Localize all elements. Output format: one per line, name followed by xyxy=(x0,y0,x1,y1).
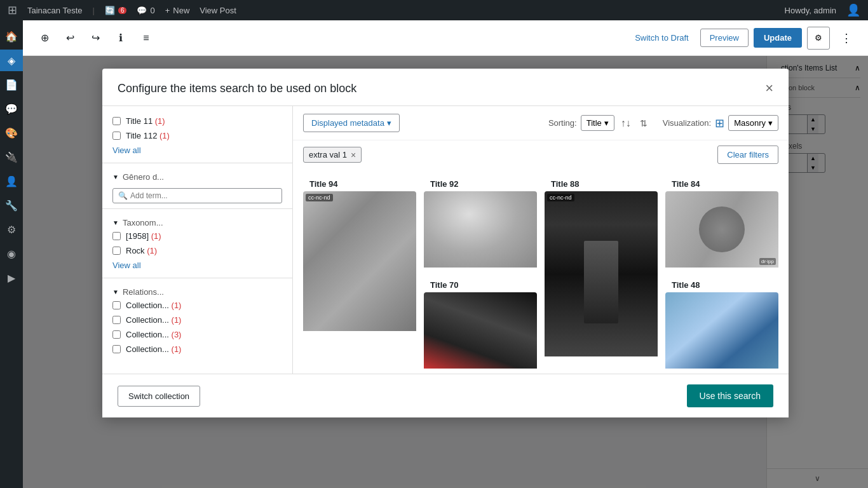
add-block-button[interactable]: ⊕ xyxy=(33,27,56,50)
filter-title11-checkbox[interactable] xyxy=(112,117,121,125)
updates-item[interactable]: 🔄 6 xyxy=(105,6,127,15)
genre-search-box[interactable]: 🔍 xyxy=(112,188,282,203)
sidebar-icon-play[interactable]: ▶ xyxy=(0,267,23,288)
admin-bar: ⊞ Tainacan Teste | 🔄 6 💬 0 + New View Po… xyxy=(0,0,868,20)
filter-rock-checkbox[interactable] xyxy=(112,247,121,255)
item-card-88: Title 88 cc-nc-nd xyxy=(545,174,658,356)
view-all-top-link[interactable]: View all xyxy=(102,146,292,155)
sidebar-icon-comments[interactable]: 💬 xyxy=(0,98,23,119)
filter-coll4-checkbox[interactable] xyxy=(112,345,121,353)
genre-chevron-icon: ▼ xyxy=(112,173,119,180)
sort-asc-button[interactable]: ↑↓ xyxy=(618,116,634,130)
taxonomy-checkboxes: [1958] (1) Rock (1) xyxy=(102,231,292,255)
content-toolbar: Displayed metadata ▾ Sorting: Title ▾ ↑↓… xyxy=(293,106,789,140)
relations-group-title: Relations... xyxy=(123,287,164,297)
new-item[interactable]: + New xyxy=(165,6,190,15)
filter-coll3-checkbox[interactable] xyxy=(112,330,121,339)
modal-overlay: Configure the items search to be used on… xyxy=(23,56,868,488)
filter-sidebar: Title 11 (1) Title 112 (1) View all ▼ xyxy=(102,106,293,374)
viz-mode-select[interactable]: Masonry ▾ xyxy=(728,115,778,131)
sidebar-icon-settings[interactable]: ⚙ xyxy=(0,219,23,240)
sidebar-icon-plugins[interactable]: 🔌 xyxy=(0,146,23,168)
sidebar-icon-tainacan[interactable]: ◈ xyxy=(0,50,23,71)
filter-group-genre-header[interactable]: ▼ Gênero d... xyxy=(102,168,292,186)
item-title-94: Title 94 xyxy=(303,174,416,191)
filter-1958-checkbox[interactable] xyxy=(112,232,121,240)
genre-search-input[interactable] xyxy=(130,191,276,200)
genre-group-title: Gênero d... xyxy=(123,172,164,182)
modal-footer: Switch collection Use this search xyxy=(102,374,789,417)
modal-close-button[interactable]: × xyxy=(765,81,773,95)
filter-coll1-checkbox[interactable] xyxy=(112,301,121,309)
item-title-92: Title 92 xyxy=(424,174,537,191)
switch-draft-button[interactable]: Switch to Draft xyxy=(628,29,695,46)
comments-item[interactable]: 💬 0 xyxy=(137,6,154,15)
item-card-94: Title 94 cc-nc-nd xyxy=(303,174,416,331)
filter-coll1: Collection... (1) xyxy=(112,301,282,310)
view-all-taxonomy-link[interactable]: View all xyxy=(102,261,292,270)
item-title-84: Title 84 xyxy=(665,174,778,191)
filter-group-relations-header[interactable]: ▼ Relations... xyxy=(102,283,292,301)
sort-desc-button[interactable]: ⇅ xyxy=(637,117,650,130)
item-card-92: Title 92 Title 70 xyxy=(424,174,537,369)
filter-coll3: Collection... (3) xyxy=(112,330,282,339)
more-options-button[interactable]: ⋮ xyxy=(835,27,858,50)
modal-title: Configure the items search to be used on… xyxy=(118,82,356,95)
viz-label: Visualization: xyxy=(663,118,711,128)
filter-1958: [1958] (1) xyxy=(112,231,282,241)
filter-title11: Title 11 (1) xyxy=(112,116,282,126)
filter-title112-checkbox[interactable] xyxy=(112,132,121,140)
settings-button[interactable]: ⚙ xyxy=(807,27,830,50)
displayed-metadata-button[interactable]: Displayed metadata ▾ xyxy=(303,114,400,132)
item-title-88: Title 88 xyxy=(545,174,658,191)
wp-logo[interactable]: ⊞ xyxy=(8,3,17,17)
preview-button[interactable]: Preview xyxy=(700,29,749,47)
active-filter-tag: extra val 1 × xyxy=(303,147,362,163)
items-masonry: Title 94 cc-nc-nd Title 92 xyxy=(293,169,789,374)
main-area: ...ction's Items List ∧ ...ar on block ∧… xyxy=(23,56,868,488)
filter-coll2: Collection... (1) xyxy=(112,315,282,325)
site-name[interactable]: Tainacan Teste xyxy=(27,6,83,15)
filter-group-taxonomy: ▼ Taxonom... [1958] (1) Rock (1) xyxy=(102,214,292,270)
modal-body: Title 11 (1) Title 112 (1) View all ▼ xyxy=(102,106,789,374)
sidebar-icon-tools[interactable]: 🔧 xyxy=(0,194,23,216)
top-checkboxes: Title 11 (1) Title 112 (1) xyxy=(102,116,292,140)
toolbar-right: Switch to Draft Preview Update ⚙ ⋮ xyxy=(628,27,858,50)
use-search-button[interactable]: Use this search xyxy=(687,384,773,407)
remove-filter-tag[interactable]: × xyxy=(351,151,356,159)
info-button[interactable]: ℹ xyxy=(109,27,132,50)
redo-button[interactable]: ↪ xyxy=(84,27,107,50)
view-post-item[interactable]: View Post xyxy=(200,6,236,15)
filter-rock: Rock (1) xyxy=(112,246,282,255)
sort-chevron-icon: ▾ xyxy=(604,118,609,128)
toolbar-left: ⊕ ↩ ↪ ℹ ≡ xyxy=(33,27,158,50)
sorting-group: Sorting: Title ▾ ↑↓ ⇅ xyxy=(548,115,650,131)
items-content-area: Displayed metadata ▾ Sorting: Title ▾ ↑↓… xyxy=(293,106,789,374)
dr-tag-84: dr·ipp xyxy=(759,258,776,265)
update-button[interactable]: Update xyxy=(754,28,802,48)
viz-grid-button[interactable]: ⊞ xyxy=(715,116,724,130)
sort-field-select[interactable]: Title ▾ xyxy=(581,115,614,131)
sidebar-icon-users[interactable]: 👤 xyxy=(0,170,23,192)
filter-group-relations: ▼ Relations... Collection... (1) Collect… xyxy=(102,283,292,354)
sidebar-icon-appearance[interactable]: 🎨 xyxy=(0,122,23,144)
filter-group-genre: ▼ Gênero d... 🔍 xyxy=(102,168,292,203)
sidebar-icon-pages[interactable]: 📄 xyxy=(0,74,23,95)
item-title-48: Title 48 xyxy=(665,275,778,292)
divider-3 xyxy=(102,278,292,278)
list-view-button[interactable]: ≡ xyxy=(135,27,158,50)
user-icon[interactable]: 👤 xyxy=(846,3,860,17)
visualization-group: Visualization: ⊞ Masonry ▾ xyxy=(663,115,778,131)
howdy-text: Howdy, admin xyxy=(785,6,836,15)
item-title-70: Title 70 xyxy=(424,275,537,292)
clear-filters-button[interactable]: Clear filters xyxy=(717,146,778,164)
taxonomy-chevron-icon: ▼ xyxy=(112,219,119,226)
filter-coll2-checkbox[interactable] xyxy=(112,316,121,324)
sidebar-icon-tainacan2[interactable]: ◉ xyxy=(0,243,23,264)
admin-sidebar: 🏠 ◈ 📄 💬 🎨 🔌 👤 🔧 ⚙ ◉ ▶ xyxy=(0,20,23,488)
sidebar-icon-home[interactable]: 🏠 xyxy=(0,25,23,47)
filter-group-taxonomy-header[interactable]: ▼ Taxonom... xyxy=(102,214,292,231)
undo-button[interactable]: ↩ xyxy=(58,27,81,50)
switch-collection-button[interactable]: Switch collection xyxy=(118,386,200,407)
sorting-label: Sorting: xyxy=(548,118,577,128)
